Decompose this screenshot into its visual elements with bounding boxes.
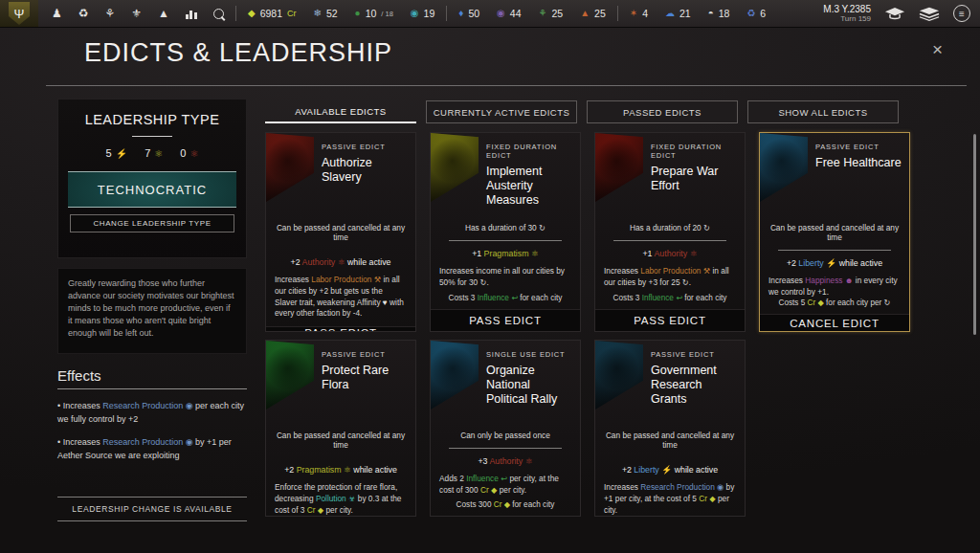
resource-cap: / 18 [381, 10, 393, 18]
leadership-description: Greatly rewarding those who further adva… [57, 268, 247, 354]
edict-cost: Costs 5 Cr ◆ for each city per ↻ [595, 516, 745, 517]
edict-condition: Has a duration of 20 ↻ [595, 223, 745, 232]
cancel-edict-button[interactable]: CANCEL EDICT [760, 314, 909, 331]
labor-keyword: Labor Production ⚒ [640, 266, 710, 276]
factions-icon[interactable]: ♻ [78, 8, 89, 19]
resource-value: 21 [679, 8, 691, 19]
achievements-laurel-icon[interactable]: ⚜ [131, 8, 142, 19]
edict-affinity: +2 Authority ⚛ while active [266, 257, 415, 267]
text: • Increases [57, 401, 102, 410]
edict-cost: Costs 3 Influence ↩ for each city [595, 293, 745, 309]
credits-keyword: Cr ◆ [699, 494, 715, 503]
edict-description: Increases Happiness ☻ in every city we c… [760, 276, 909, 299]
tab-show-all-edicts[interactable]: SHOW ALL EDICTS [747, 100, 899, 123]
edict-card[interactable]: PASSIVE EDICTProtect Rare FloraCan be pa… [265, 340, 416, 517]
edict-type-label: FIXED DURATION EDICT [651, 143, 737, 160]
text: Has a duration of 30 [465, 223, 539, 232]
edict-card[interactable]: PASSIVE EDICTGovernment Research GrantsC… [594, 340, 746, 517]
edict-description: Increases Labor Production ⚒ in all our … [266, 275, 415, 320]
divider [57, 520, 247, 521]
edict-cards-grid: PASSIVE EDICTAuthorize SlaveryCan be pas… [265, 132, 910, 517]
edict-card[interactable]: PASSIVE EDICTFree HealthcareCan be passe… [759, 132, 910, 332]
tab-currently-active-edicts[interactable]: CURRENTLY ACTIVE EDICTS [426, 100, 577, 123]
edict-cost: Costs 3 Influence ↩ for each city [431, 293, 580, 309]
edict-condition: Can be passed and cancelled at any time [595, 431, 745, 450]
effects-list: • Increases Research Production ◉ per ea… [57, 400, 247, 462]
text: per city. [323, 505, 353, 515]
liberty-keyword: Liberty ⚡ [634, 465, 672, 475]
pass-edict-button[interactable]: PASS EDICT [266, 326, 415, 332]
research-keyword: Research Production ◉ [102, 437, 192, 447]
spin-keyword: ↻ [703, 223, 710, 232]
stat-value: 5 [106, 147, 112, 159]
statistics-chart-icon[interactable] [186, 9, 197, 19]
resource-group: ✶4☁21◓18♻6 [630, 8, 766, 19]
water-resource: ♦50 [458, 8, 479, 19]
research-lamp-icon[interactable]: ⚘ [105, 8, 116, 19]
edict-tabs: AVAILABLE EDICTSCURRENTLY ACTIVE EDICTSP… [265, 100, 899, 123]
faction-logo[interactable]: Ψ [0, 0, 38, 27]
liberty-stat: 5⚡ [106, 147, 128, 159]
edict-cost-empty [266, 320, 415, 326]
magnifier-glass [213, 9, 224, 19]
growth-leaf-icon: ⚘ [538, 9, 546, 18]
edict-cost: Costs 5 Cr ◆ for each city per ↻ [760, 298, 909, 314]
edict-description: Increases income in all our cities by 50… [431, 266, 580, 289]
text: Increases income in all our cities by 50… [439, 266, 565, 287]
close-icon[interactable]: × [932, 39, 943, 60]
tab-available-edicts[interactable]: AVAILABLE EDICTS [265, 100, 416, 123]
upgrade-chevron-icon[interactable]: ▲ [158, 8, 169, 19]
text: Increases [604, 266, 640, 276]
happiness-keyword: Happiness ☻ [805, 276, 853, 285]
scrollbar[interactable] [973, 134, 976, 335]
text: while active [836, 258, 882, 268]
edict-affinity: +2 Liberty ⚡ while active [595, 465, 745, 475]
pass-edict-button[interactable]: PASS EDICT [595, 309, 745, 331]
credits-keyword: Cr ◆ [307, 505, 323, 515]
spin-keyword: ↻ [539, 223, 546, 232]
insight-eye-resource: ◉44 [497, 8, 521, 19]
influence-keyword: Influence ↩ [478, 294, 518, 302]
text: • Increases [57, 437, 102, 447]
topbar-divider [617, 6, 618, 21]
population-figure-icon[interactable]: ♟ [52, 8, 62, 19]
edict-type-label: FIXED DURATION EDICT [486, 143, 572, 160]
text: Has a duration of 20 [630, 223, 703, 232]
pass-edict-button[interactable]: PASS EDICT [431, 309, 580, 331]
edict-type-label: PASSIVE EDICT [651, 350, 737, 359]
text: while active [351, 465, 397, 475]
resource-value: 19 [424, 8, 435, 19]
edict-description: Increases Research Production ◉ by +1 pe… [595, 482, 745, 516]
leadership-type-name[interactable]: TECHNOCRATIC [68, 171, 236, 208]
resource-value: 18 [719, 8, 730, 19]
divider [132, 136, 172, 137]
edict-card[interactable]: FIXED DURATION EDICTPrepare War EffortHa… [594, 132, 746, 332]
orb-resource: ◓18 [708, 8, 730, 19]
effects-divider [57, 388, 247, 389]
change-leadership-button[interactable]: CHANGE LEADERSHIP TYPE [70, 214, 234, 232]
edict-condition: Has a duration of 30 ↻ [431, 223, 580, 232]
resource-value: 6981 [260, 8, 282, 19]
text: Can only be passed once [460, 431, 550, 440]
resource-value: 10 [366, 8, 377, 19]
edict-type-label: SINGLE USE EDICT [486, 350, 572, 359]
research-cap-icon[interactable] [884, 7, 905, 21]
menu-icon[interactable]: ≡ [953, 5, 970, 22]
codex-layers-icon[interactable] [919, 7, 940, 21]
resource-suffix: Cr [287, 9, 297, 18]
edict-description: Enforce the protection of rare flora, de… [266, 482, 415, 516]
edict-affinity: +2 Liberty ⚡ while active [760, 258, 909, 268]
growth-leaf-resource: ⚘25 [538, 8, 563, 19]
edict-card[interactable]: PASSIVE EDICTAuthorize SlaveryCan be pas… [265, 132, 416, 332]
resource-value: 50 [468, 8, 479, 19]
edict-cost: Costs 3 Cr ◆ for each city per ↻ [266, 516, 415, 517]
research-keyword: Research Production ◉ [102, 401, 192, 410]
text: for each city [518, 294, 562, 302]
search-icon[interactable] [213, 9, 224, 19]
pragmatism-keyword: Pragmatism ⚛ [484, 249, 539, 258]
edict-card[interactable]: FIXED DURATION EDICTImplement Austerity … [430, 132, 581, 332]
water-icon: ♦ [458, 9, 463, 18]
tab-passed-edicts[interactable]: PASSED EDICTS [587, 100, 738, 123]
edict-card[interactable]: SINGLE USE EDICTOrganize National Politi… [430, 340, 581, 517]
heat-flame-icon: ▲ [580, 9, 590, 18]
